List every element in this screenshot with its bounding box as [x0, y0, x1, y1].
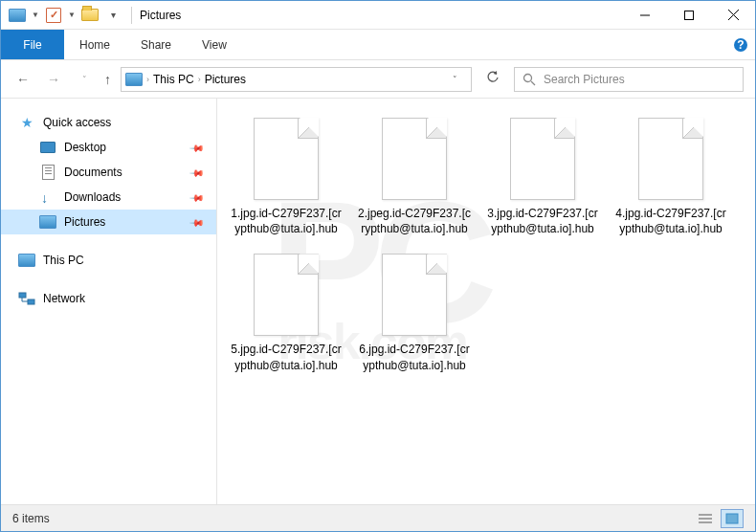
- pin-icon: 📌: [189, 165, 205, 180]
- window-title: Pictures: [140, 9, 181, 22]
- pin-icon: 📌: [189, 140, 205, 155]
- tab-file[interactable]: File: [1, 30, 64, 59]
- address-bar[interactable]: › This PC › Pictures ˅: [121, 67, 472, 92]
- tab-view[interactable]: View: [187, 30, 242, 59]
- sidebar-network[interactable]: Network: [1, 286, 216, 311]
- titlebar: ▼ ✓ ▼ ▾ Pictures: [1, 1, 755, 30]
- file-icon: [382, 118, 447, 200]
- qat-overflow[interactable]: ▾: [102, 5, 123, 26]
- qat-dropdown-1[interactable]: ▼: [30, 5, 41, 26]
- close-button[interactable]: [711, 1, 755, 30]
- file-name: 5.jpg.id-C279F237.[crypthub@tuta.io].hub: [227, 342, 345, 372]
- refresh-button[interactable]: [481, 71, 504, 87]
- svg-point-6: [524, 74, 532, 81]
- desktop-icon: [39, 139, 56, 156]
- pictures-icon: [39, 213, 56, 231]
- tab-share[interactable]: Share: [125, 30, 187, 59]
- view-buttons: [694, 509, 744, 528]
- minimize-button[interactable]: [623, 1, 667, 30]
- item-count: 6 items: [12, 512, 50, 525]
- file-item[interactable]: 2.jpeg.id-C279F237.[crypthub@tuta.io].hu…: [355, 118, 474, 236]
- download-icon: [39, 188, 56, 206]
- search-placeholder: Search Pictures: [544, 73, 625, 86]
- qat-checkbox[interactable]: ✓: [43, 5, 64, 26]
- pin-icon: 📌: [189, 214, 205, 230]
- help-icon[interactable]: ?: [726, 30, 755, 59]
- chevron-right-icon: ›: [198, 75, 201, 84]
- qat-dropdown-2[interactable]: ▼: [66, 5, 78, 26]
- details-view-button[interactable]: [694, 509, 717, 528]
- navigation-bar: ← → ˅ ↑ › This PC › Pictures ˅ Search Pi…: [1, 60, 755, 99]
- quick-access-toolbar: ▼ ✓ ▼ ▾: [1, 5, 123, 26]
- chevron-right-icon: ›: [146, 75, 149, 84]
- statusbar: 6 items: [1, 504, 755, 531]
- computer-icon: [18, 252, 35, 269]
- file-item[interactable]: 5.jpg.id-C279F237.[crypthub@tuta.io].hub: [227, 254, 345, 372]
- body: ★Quick access Desktop📌 Documents📌 Downlo…: [1, 99, 755, 504]
- file-item[interactable]: 3.jpg.id-C279F237.[crypthub@tuta.io].hub: [483, 118, 602, 236]
- file-icon: [254, 118, 319, 200]
- file-item[interactable]: 1.jpg.id-C279F237.[crypthub@tuta.io].hub: [227, 118, 345, 236]
- file-item[interactable]: 6.jpg.id-C279F237.[crypthub@tuta.io].hub: [355, 254, 474, 372]
- icons-view-button[interactable]: [721, 509, 744, 528]
- star-icon: ★: [18, 114, 35, 131]
- maximize-button[interactable]: [667, 1, 711, 30]
- ribbon: File Home Share View ?: [1, 30, 755, 60]
- qat-folder[interactable]: [79, 5, 100, 26]
- sidebar-pictures[interactable]: Pictures📌: [1, 210, 216, 234]
- history-dropdown[interactable]: ˅: [74, 75, 95, 84]
- svg-line-7: [531, 81, 535, 85]
- file-name: 2.jpeg.id-C279F237.[crypthub@tuta.io].hu…: [355, 206, 474, 236]
- document-icon: [39, 164, 56, 181]
- forward-button[interactable]: →: [43, 72, 64, 87]
- pin-icon: 📌: [189, 189, 205, 205]
- qat-properties[interactable]: [7, 5, 28, 26]
- file-name: 4.jpg.id-C279F237.[crypthub@tuta.io].hub: [611, 206, 730, 236]
- window-controls: [623, 1, 755, 30]
- search-box[interactable]: Search Pictures: [514, 67, 744, 92]
- title-separator: [131, 7, 132, 24]
- file-list[interactable]: 1.jpg.id-C279F237.[crypthub@tuta.io].hub…: [217, 99, 755, 504]
- network-icon: [18, 290, 35, 307]
- file-item[interactable]: 4.jpg.id-C279F237.[crypthub@tuta.io].hub: [611, 118, 730, 236]
- breadcrumb-pictures[interactable]: Pictures: [205, 73, 246, 86]
- sidebar-desktop[interactable]: Desktop📌: [1, 135, 216, 160]
- file-name: 1.jpg.id-C279F237.[crypthub@tuta.io].hub: [227, 206, 345, 236]
- sidebar-documents[interactable]: Documents📌: [1, 160, 216, 185]
- file-icon: [382, 254, 447, 336]
- svg-text:?: ?: [737, 38, 744, 52]
- sidebar-this-pc[interactable]: This PC: [1, 248, 216, 273]
- file-name: 3.jpg.id-C279F237.[crypthub@tuta.io].hub: [483, 206, 602, 236]
- sidebar-downloads[interactable]: Downloads📌: [1, 185, 216, 210]
- address-dropdown[interactable]: ˅: [443, 75, 467, 84]
- up-button[interactable]: ↑: [104, 72, 111, 87]
- search-icon: [523, 73, 536, 86]
- file-icon: [254, 254, 319, 336]
- file-name: 6.jpg.id-C279F237.[crypthub@tuta.io].hub: [355, 342, 474, 372]
- sidebar: ★Quick access Desktop📌 Documents📌 Downlo…: [1, 99, 217, 504]
- back-button[interactable]: ←: [12, 72, 33, 87]
- sidebar-quick-access[interactable]: ★Quick access: [1, 110, 216, 135]
- file-icon: [510, 118, 575, 200]
- svg-rect-9: [28, 299, 34, 304]
- location-icon: [125, 73, 143, 86]
- breadcrumb-this-pc[interactable]: This PC: [153, 73, 194, 86]
- svg-rect-1: [685, 11, 694, 19]
- svg-rect-8: [19, 293, 26, 298]
- svg-rect-13: [726, 514, 738, 523]
- tab-home[interactable]: Home: [64, 30, 125, 59]
- file-icon: [638, 118, 703, 200]
